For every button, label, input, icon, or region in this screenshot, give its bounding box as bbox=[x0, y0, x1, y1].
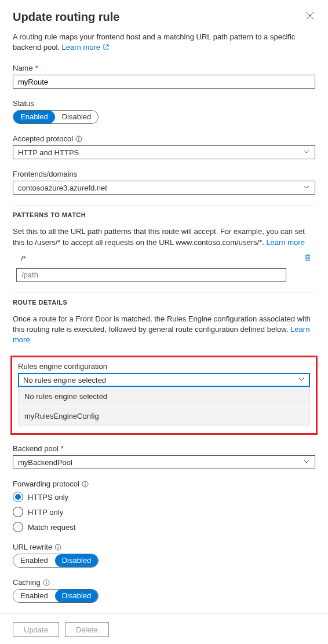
name-input[interactable] bbox=[13, 75, 315, 89]
url-rewrite-toggle[interactable]: Enabled Disabled bbox=[13, 554, 99, 568]
caching-enabled-option[interactable]: Enabled bbox=[13, 590, 55, 602]
update-button[interactable]: Update bbox=[13, 622, 59, 637]
svg-point-7 bbox=[57, 546, 58, 546]
url-rewrite-label: URL rewrite bbox=[13, 543, 315, 551]
route-details-section-title: ROUTE DETAILS bbox=[13, 292, 315, 306]
patterns-learn-more-link[interactable]: Learn more bbox=[266, 238, 304, 247]
info-icon[interactable] bbox=[75, 136, 82, 142]
patterns-section-title: PATTERNS TO MATCH bbox=[13, 205, 315, 218]
rules-engine-highlight: Rules engine configuration No rules engi… bbox=[10, 356, 318, 435]
svg-rect-8 bbox=[58, 547, 59, 549]
delete-button[interactable]: Delete bbox=[65, 622, 109, 637]
chevron-down-icon bbox=[303, 458, 310, 467]
status-label: Status bbox=[13, 99, 315, 108]
svg-rect-2 bbox=[78, 138, 79, 141]
intro-text: A routing rule maps your frontend host a… bbox=[13, 32, 315, 53]
pattern-item-text: /* bbox=[21, 254, 26, 263]
learn-more-link[interactable]: Learn more bbox=[62, 43, 110, 52]
rules-engine-option[interactable]: myRulesEngineConfig bbox=[19, 406, 309, 426]
forwarding-http-only-radio[interactable]: HTTP only bbox=[13, 507, 315, 517]
radio-icon bbox=[13, 492, 23, 502]
rules-engine-dropdown: No rules engine selected myRulesEngineCo… bbox=[18, 387, 310, 426]
external-link-icon bbox=[103, 43, 110, 53]
caching-disabled-option[interactable]: Disabled bbox=[55, 590, 99, 602]
chevron-down-icon bbox=[298, 376, 305, 385]
forwarding-https-only-radio[interactable]: HTTPS only bbox=[13, 492, 315, 502]
svg-point-10 bbox=[46, 581, 46, 581]
trash-icon[interactable] bbox=[304, 254, 315, 264]
chevron-down-icon bbox=[303, 184, 310, 192]
status-disabled-option[interactable]: Disabled bbox=[55, 111, 99, 123]
forwarding-protocol-label: Forwarding protocol bbox=[13, 480, 315, 488]
accepted-protocol-select[interactable]: HTTP and HTTPS bbox=[13, 145, 315, 159]
close-icon[interactable] bbox=[305, 10, 315, 23]
required-indicator: * bbox=[35, 64, 38, 72]
svg-point-4 bbox=[85, 482, 85, 483]
frontends-label: Frontends/domains bbox=[13, 170, 315, 178]
url-rewrite-enabled-option[interactable]: Enabled bbox=[13, 554, 55, 567]
caching-label: Caching bbox=[13, 578, 315, 587]
backend-pool-label: Backend pool* bbox=[13, 444, 315, 453]
frontends-select[interactable]: contosoazure3.azurefd.net bbox=[13, 181, 315, 195]
rules-engine-select[interactable]: No rules engine selected bbox=[18, 373, 310, 387]
patterns-desc: Set this to all the URL path patterns th… bbox=[13, 226, 315, 247]
svg-rect-5 bbox=[85, 484, 85, 486]
pattern-path-input[interactable] bbox=[16, 268, 286, 282]
backend-pool-select[interactable]: myBackendPool bbox=[13, 455, 315, 469]
forwarding-match-request-radio[interactable]: Match request bbox=[13, 522, 315, 532]
panel-title: Update routing rule bbox=[13, 10, 119, 24]
route-details-desc: Once a route for a Front Door is matched… bbox=[13, 314, 315, 346]
radio-icon bbox=[13, 507, 23, 517]
status-toggle[interactable]: Enabled Disabled bbox=[13, 110, 99, 124]
chevron-down-icon bbox=[303, 148, 310, 157]
svg-rect-11 bbox=[46, 582, 46, 584]
info-icon[interactable] bbox=[43, 579, 50, 586]
status-enabled-option[interactable]: Enabled bbox=[13, 111, 55, 123]
rules-engine-option[interactable]: No rules engine selected bbox=[19, 387, 309, 406]
caching-toggle[interactable]: Enabled Disabled bbox=[13, 589, 99, 603]
accepted-protocol-label: Accepted protocol bbox=[13, 134, 315, 143]
info-icon[interactable] bbox=[82, 481, 89, 488]
rules-engine-label: Rules engine configuration bbox=[18, 362, 310, 371]
name-label: Name* bbox=[13, 64, 315, 72]
svg-point-1 bbox=[78, 137, 79, 138]
pattern-item-row: /* bbox=[13, 251, 315, 267]
url-rewrite-disabled-option[interactable]: Disabled bbox=[55, 554, 99, 567]
required-indicator: * bbox=[61, 444, 64, 453]
info-icon[interactable] bbox=[54, 544, 61, 551]
radio-icon bbox=[13, 522, 23, 532]
